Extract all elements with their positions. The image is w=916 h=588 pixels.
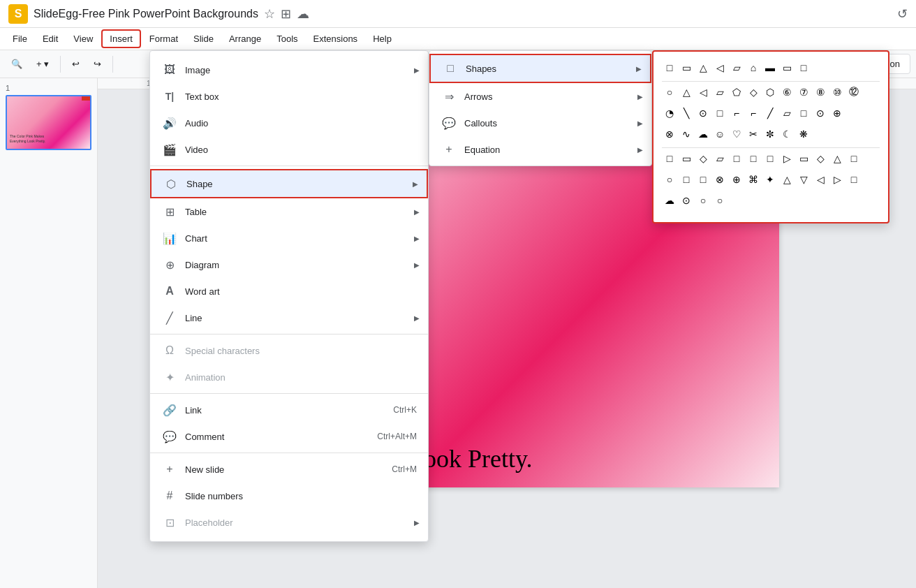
shape-oval[interactable]: ▱ (779, 105, 795, 121)
shape-brace[interactable]: □ (796, 105, 811, 121)
shape-cloud[interactable]: ☁ (695, 126, 711, 142)
flow-rect3[interactable]: □ (729, 151, 744, 166)
folder-icon[interactable]: ⊞ (281, 6, 291, 22)
shape-parallelogram[interactable]: ▱ (729, 60, 744, 75)
shape-moon[interactable]: ☾ (779, 126, 795, 142)
shape-rect4[interactable]: □ (796, 60, 811, 75)
shape-rectangle[interactable]: □ (662, 60, 677, 75)
flow-diamond[interactable]: ◇ (695, 151, 711, 166)
insert-table-item[interactable]: ⊞ Table (150, 198, 428, 225)
flow-cross2[interactable]: ⊗ (712, 172, 727, 187)
flow-tri4[interactable]: △ (779, 172, 795, 187)
shape-submenu-callouts[interactable]: 💬 Callouts (429, 110, 651, 136)
insert-audio-item[interactable]: 🔊 Audio (150, 110, 428, 136)
shape-submenu-equation[interactable]: + Equation (429, 136, 651, 163)
flow-tri3[interactable]: △ (829, 151, 845, 166)
shape-wave[interactable]: ∿ (679, 126, 694, 142)
insert-newslide-item[interactable]: + New slide Ctrl+M (150, 456, 428, 483)
shape-chord[interactable]: ⊙ (695, 105, 711, 121)
shape-tri2[interactable]: △ (679, 84, 694, 100)
shape-heart[interactable]: ♡ (729, 126, 744, 142)
flow-cloud2[interactable]: ☁ (662, 193, 677, 208)
menu-help[interactable]: Help (366, 31, 399, 47)
shape-pentagon[interactable]: ⬠ (729, 84, 744, 100)
flow-plus2[interactable]: ⊕ (729, 172, 744, 187)
menu-edit[interactable]: Edit (36, 31, 65, 47)
menu-format[interactable]: Format (142, 31, 185, 47)
insert-image-item[interactable]: 🖼 Image (150, 57, 428, 83)
flow-rect7[interactable]: □ (695, 172, 711, 187)
zoom-add-button[interactable]: + ▾ (31, 56, 54, 72)
shape-rounded-rect[interactable]: ▭ (679, 60, 694, 75)
menu-extensions[interactable]: Extensions (306, 31, 365, 47)
history-icon[interactable]: ↺ (897, 6, 908, 22)
insert-link-item[interactable]: 🔗 Link Ctrl+K (150, 397, 428, 423)
shape-no-symbol[interactable]: ⊗ (662, 126, 677, 142)
shape-circle6[interactable]: ⑥ (779, 84, 795, 100)
shape-right-tri2[interactable]: ◁ (695, 84, 711, 100)
menu-view[interactable]: View (66, 31, 100, 47)
insert-diagram-item[interactable]: ⊕ Diagram (150, 251, 428, 278)
menu-slide[interactable]: Slide (186, 31, 221, 47)
cloud-icon[interactable]: ☁ (297, 6, 309, 22)
shape-tab2[interactable]: ⌐ (746, 105, 761, 121)
flow-arrow[interactable]: ▷ (779, 151, 795, 166)
shape-circle[interactable]: ○ (662, 84, 677, 100)
shape-parallelogram2[interactable]: ▱ (712, 84, 727, 100)
undo-button[interactable]: ↩ (66, 56, 85, 72)
shape-rect3[interactable]: ▭ (779, 60, 795, 75)
flow-rect6[interactable]: □ (679, 172, 694, 187)
shape-pie[interactable]: ◔ (662, 105, 677, 121)
menu-insert[interactable]: Insert (101, 29, 141, 48)
shape-frame[interactable]: □ (712, 105, 727, 121)
flow-rect4[interactable]: □ (746, 151, 761, 166)
flow-ltri[interactable]: ◁ (813, 172, 828, 187)
insert-slidenumbers-item[interactable]: # Slide numbers (150, 483, 428, 509)
shape-trapezoid[interactable]: ⌂ (746, 60, 761, 75)
flow-star[interactable]: ✦ (762, 172, 778, 187)
insert-shape-item[interactable]: ⬡ Shape (150, 169, 428, 198)
flow-para[interactable]: ▱ (712, 151, 727, 166)
shape-tab[interactable]: ⌐ (729, 105, 744, 121)
menu-file[interactable]: File (6, 31, 34, 47)
flow-hex2[interactable]: ◇ (813, 151, 828, 166)
insert-chart-item[interactable]: 📊 Chart (150, 225, 428, 251)
shape-rect2[interactable]: ▬ (762, 60, 778, 75)
insert-comment-item[interactable]: 💬 Comment Ctrl+Alt+M (150, 423, 428, 450)
shape-circle10[interactable]: ⑩ (829, 84, 845, 100)
zoom-button[interactable]: 🔍 (6, 56, 28, 72)
shape-diamond[interactable]: ◇ (746, 84, 761, 100)
insert-wordart-item[interactable]: A Word art (150, 278, 428, 304)
flow-rect[interactable]: □ (662, 151, 677, 166)
star-icon[interactable]: ☆ (264, 6, 275, 22)
insert-textbox-item[interactable]: T| Text box (150, 83, 428, 110)
flow-oval2[interactable]: ○ (695, 193, 711, 208)
shape-circle8[interactable]: ⑧ (813, 84, 828, 100)
shape-smiley[interactable]: ☺ (712, 126, 727, 142)
shape-circle12[interactable]: ⑫ (846, 84, 862, 100)
flow-dtri[interactable]: ▽ (796, 172, 811, 187)
shape-hexagon[interactable]: ⬡ (762, 84, 778, 100)
shape-burst[interactable]: ❋ (796, 126, 811, 142)
redo-button[interactable]: ↪ (88, 56, 107, 72)
flow-ring[interactable]: ○ (712, 193, 727, 208)
shape-right-triangle[interactable]: ◁ (712, 60, 727, 75)
shape-circle7[interactable]: ⑦ (796, 84, 811, 100)
shape-submenu-shapes[interactable]: □ Shapes (429, 54, 651, 83)
slide-thumbnail[interactable]: The Color Pink MakesEverything Look Pret… (6, 95, 91, 150)
shape-slash[interactable]: ╱ (762, 105, 778, 121)
shape-submenu-arrows[interactable]: ⇒ Arrows (429, 83, 651, 110)
flow-cyl[interactable]: ⊙ (679, 193, 694, 208)
flow-rtri[interactable]: ▷ (829, 172, 845, 187)
flow-oval[interactable]: ▭ (796, 151, 811, 166)
menu-tools[interactable]: Tools (269, 31, 304, 47)
menu-arrange[interactable]: Arrange (222, 31, 268, 47)
shape-arc[interactable]: ╲ (679, 105, 694, 121)
shape-target[interactable]: ⊙ (813, 105, 828, 121)
flow-rect8[interactable]: □ (846, 172, 862, 187)
flow-rect5[interactable]: □ (846, 151, 862, 166)
insert-video-item[interactable]: 🎬 Video (150, 136, 428, 163)
shape-scissors[interactable]: ✂ (746, 126, 761, 142)
shape-cross[interactable]: ⊕ (829, 105, 845, 121)
flow-tab2[interactable]: □ (762, 151, 778, 166)
